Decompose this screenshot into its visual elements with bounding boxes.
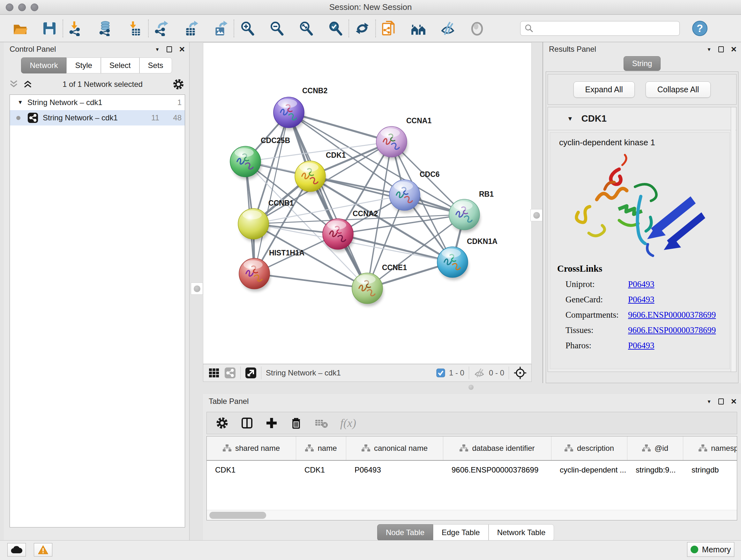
warning-status-button[interactable] — [34, 543, 52, 557]
table-settings-gear-icon[interactable] — [216, 417, 228, 429]
network-options-gear-icon[interactable] — [173, 78, 184, 90]
bottom-divider-handle[interactable] — [468, 385, 474, 390]
string-badge-icon[interactable] — [224, 367, 236, 379]
node-CDK1[interactable] — [295, 161, 326, 194]
crosslink-link[interactable]: 9606.ENSP00000378699 — [628, 325, 716, 335]
column-header-id[interactable]: @id — [627, 436, 683, 460]
tab-string[interactable]: String — [623, 56, 661, 71]
column-header-canonical-name[interactable]: canonical name — [346, 436, 443, 460]
tab-edge-table[interactable]: Edge Table — [433, 524, 488, 541]
collapse-all-button[interactable]: Collapse All — [646, 81, 711, 98]
table-cell[interactable]: CDK1 — [296, 465, 346, 475]
table-float-icon[interactable] — [718, 398, 724, 405]
table-row[interactable]: CDK1CDK1P064939606.ENSP00000378699cyclin… — [207, 461, 737, 479]
column-header-database-identifier[interactable]: database identifier — [443, 436, 551, 460]
table-hscrollbar-thumb[interactable] — [209, 512, 266, 519]
import-network-database-icon[interactable] — [98, 20, 114, 37]
node-CDKN1A[interactable] — [437, 247, 468, 280]
show-columns-icon[interactable] — [241, 417, 253, 429]
zoom-fit-icon[interactable] — [298, 20, 314, 37]
right-divider-handle[interactable] — [530, 209, 542, 221]
table-cell[interactable]: stringdb:9... — [627, 465, 683, 475]
tab-select[interactable]: Select — [101, 57, 139, 73]
expand-all-button[interactable]: Expand All — [574, 81, 635, 98]
left-divider-handle[interactable] — [191, 283, 203, 295]
table-cell[interactable]: CDK1 — [207, 465, 296, 475]
export-network-icon[interactable] — [154, 20, 170, 37]
results-scrollbar[interactable] — [731, 107, 736, 372]
crosslink-link[interactable]: P06493 — [628, 341, 655, 351]
network-list: ▼String Network – cdk11String Network – … — [10, 95, 185, 527]
node-CCNB1[interactable] — [238, 208, 269, 242]
tab-node-table[interactable]: Node Table — [377, 524, 433, 541]
edge-CCNE1-HIST1H1A[interactable] — [254, 273, 367, 288]
table-cell[interactable]: 9606.ENSP00000378699 — [443, 465, 551, 475]
node-CDC6[interactable] — [389, 180, 421, 213]
open-session-icon[interactable] — [12, 20, 28, 37]
tab-sets[interactable]: Sets — [139, 57, 172, 73]
crosslink-row: Uniprot:P06493 — [557, 279, 726, 289]
column-header-shared-name[interactable]: shared name — [207, 436, 296, 460]
birdseye-grid-icon[interactable] — [208, 367, 220, 379]
network-canvas[interactable]: CCNB2CCNA1CDC25BCDK1CDC6RB1CCNB1CCNA2CDK… — [203, 43, 532, 364]
search-box[interactable] — [520, 21, 680, 36]
tab-network-table[interactable]: Network Table — [488, 524, 554, 541]
network-snapshot-icon[interactable] — [381, 20, 397, 37]
apply-layout-icon[interactable] — [354, 20, 370, 37]
node-HIST1H1A[interactable] — [239, 258, 270, 292]
delete-column-icon[interactable] — [290, 417, 302, 429]
pan-crosshair-icon[interactable] — [514, 366, 527, 380]
table-cell[interactable]: cyclin-dependent ... — [551, 465, 627, 475]
search-input[interactable] — [534, 24, 671, 33]
table-cell[interactable]: stringdb — [683, 465, 737, 475]
hide-selected-icon[interactable] — [440, 20, 456, 37]
show-all-icon[interactable] — [469, 20, 485, 37]
panel-float-icon[interactable] — [166, 46, 172, 52]
export-table-icon[interactable] — [183, 20, 199, 37]
results-close-icon[interactable]: × — [731, 46, 737, 52]
help-icon[interactable]: ? — [692, 20, 708, 37]
import-table-icon[interactable] — [127, 20, 143, 37]
column-header-name[interactable]: name — [296, 436, 346, 460]
collapse-all-icon[interactable] — [9, 79, 18, 90]
memory-button[interactable]: Memory — [687, 542, 734, 557]
table-collapse-icon[interactable]: ▼ — [707, 399, 712, 404]
crosslink-link[interactable]: P06493 — [628, 279, 655, 289]
tree-expander-icon[interactable]: ▼ — [17, 99, 23, 106]
crosslink-label: Tissues: — [565, 325, 628, 335]
open-external-icon[interactable] — [245, 367, 257, 379]
crosslink-link[interactable]: P06493 — [628, 295, 655, 305]
node-CCNA1[interactable] — [376, 126, 408, 160]
entry-caret-icon[interactable]: ▼ — [567, 115, 573, 122]
node-RB1[interactable] — [449, 199, 480, 233]
crosslink-link[interactable]: 9606.ENSP00000378699 — [628, 310, 716, 320]
panel-collapse-icon[interactable]: ▼ — [155, 47, 160, 52]
column-header-namespace[interactable]: namespace — [683, 436, 737, 460]
panel-close-icon[interactable]: × — [179, 46, 185, 52]
first-neighbors-icon[interactable] — [410, 20, 426, 37]
export-image-icon[interactable] — [212, 20, 228, 37]
add-column-icon[interactable] — [266, 417, 278, 429]
expand-all-icon[interactable] — [23, 79, 32, 90]
results-float-icon[interactable] — [718, 46, 724, 52]
entry-header[interactable]: ▼ CDK1 — [548, 107, 736, 130]
node-CDC25B[interactable] — [230, 146, 261, 179]
zoom-selected-icon[interactable] — [327, 20, 343, 37]
network-tree-network[interactable]: String Network – cdk11148 — [10, 110, 185, 125]
cloud-status-button[interactable] — [7, 543, 26, 557]
node-CCNE1[interactable] — [352, 273, 383, 306]
save-session-icon[interactable] — [42, 20, 57, 37]
tab-style[interactable]: Style — [66, 57, 100, 73]
table-cell[interactable]: P06493 — [346, 465, 443, 475]
edge-CCNB2-CCNE1[interactable] — [289, 112, 367, 288]
network-tree-collection[interactable]: ▼String Network – cdk11 — [10, 95, 185, 110]
zoom-out-icon[interactable] — [269, 20, 285, 37]
zoom-in-icon[interactable] — [239, 20, 255, 37]
results-collapse-icon[interactable]: ▼ — [707, 47, 712, 52]
import-network-file-icon[interactable] — [68, 20, 84, 37]
selected-nodes-checkbox-icon[interactable] — [436, 368, 445, 377]
column-header-description[interactable]: description — [551, 436, 627, 460]
table-close-icon[interactable]: × — [731, 398, 737, 405]
tab-network[interactable]: Network — [21, 57, 66, 73]
table-hscrollbar[interactable] — [207, 510, 737, 520]
